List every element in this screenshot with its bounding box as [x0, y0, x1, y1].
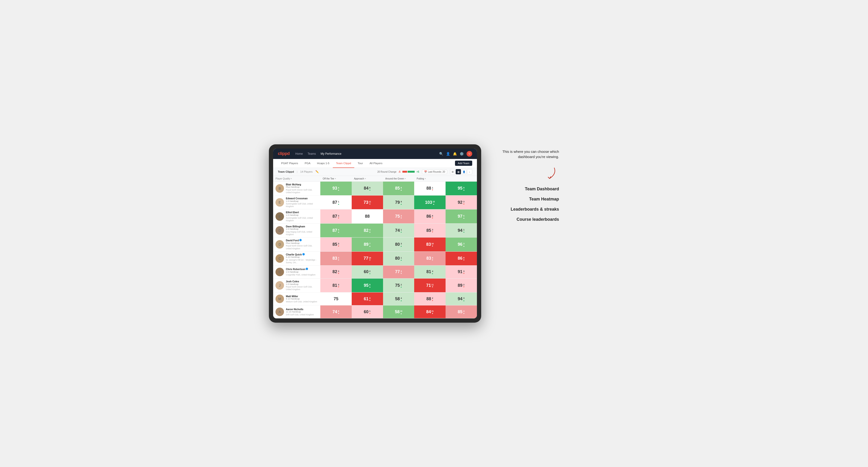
bar-red	[402, 171, 407, 173]
player-cell[interactable]: CCharlie Quick6-10 HandicapSt. George's …	[273, 252, 320, 266]
person-view-button[interactable]: 👤	[461, 169, 467, 174]
stat-change: 4▲	[338, 187, 339, 191]
sub-nav: PGAT Players PGA Hcaps 1-5 Team Clippd T…	[273, 159, 477, 168]
player-cell[interactable]: AAaron Nicholls11-15 HandicapDrift Golf …	[273, 305, 320, 318]
stat-cell: 846▲	[352, 182, 383, 195]
player-cell[interactable]: DDavid FordPlus HandicapRoyal North Devo…	[273, 238, 320, 251]
stat-cell: 752▲	[383, 279, 414, 292]
stat-value: 82	[332, 269, 337, 274]
stat-change: 9▲	[400, 200, 402, 205]
stat-value: 86	[458, 256, 463, 261]
avatar[interactable]: U	[467, 151, 472, 157]
sort-arrow: ▾	[405, 178, 406, 180]
player-avatar: M	[276, 294, 284, 303]
player-cell[interactable]: BBlair McHargPlus HandicapRoyal North De…	[273, 182, 320, 195]
nav-link-teams[interactable]: Teams	[308, 152, 316, 155]
sort-arrow: ▾	[425, 178, 426, 180]
tablet-frame: clippd Home Teams My Performance 🔍 👤 🔔 ⚙…	[269, 144, 481, 323]
stat-change: 2▼	[463, 283, 465, 288]
stat-cell: 823▼	[320, 266, 352, 278]
user-icon[interactable]: 👤	[446, 152, 450, 156]
player-cell[interactable]: CChris Robertson1-5 HandicapCraigmillar …	[273, 266, 320, 278]
stat-cell: 814▲	[414, 266, 445, 278]
stat-cell: 75	[320, 292, 352, 305]
player-cell[interactable]: EElliot Ebert1-5 HandicapSunningdale Gol…	[273, 210, 320, 223]
tab-pga[interactable]: PGA	[302, 159, 314, 168]
stat-value: 79	[395, 200, 400, 205]
download-button[interactable]: ↓	[467, 169, 472, 174]
grid-view-button[interactable]: ⊞	[450, 169, 455, 174]
stat-change: 3▼	[338, 257, 339, 261]
stat-change: 4▲	[400, 297, 402, 302]
stat-value: 87	[332, 228, 337, 233]
stat-cell: 882▼	[414, 292, 445, 305]
nav-link-my-performance[interactable]: My Performance	[320, 152, 341, 155]
player-cell[interactable]: JJosh Coles1-5 HandicapRoyal North Devon…	[273, 279, 320, 292]
stat-value: 91	[458, 269, 463, 274]
search-icon[interactable]: 🔍	[439, 152, 443, 156]
col-around-green[interactable]: Around the Green ▾	[383, 176, 414, 181]
heatmap-view-button[interactable]: ▦	[456, 169, 461, 174]
stat-change: 2▲	[400, 283, 402, 288]
stat-value: 61	[364, 297, 368, 302]
bell-icon[interactable]: 🔔	[453, 152, 457, 156]
change-pos: +5	[416, 170, 419, 173]
col-off-tee[interactable]: Off the Tee ▾	[320, 176, 352, 181]
tab-hcaps[interactable]: Hcaps 1-5	[314, 159, 333, 168]
stat-value: 75	[395, 283, 400, 288]
settings-icon[interactable]: ⚙️	[460, 152, 464, 156]
player-avatar: D	[276, 226, 284, 235]
tab-pgat-players[interactable]: PGAT Players	[278, 159, 302, 168]
stat-value: 80	[395, 242, 400, 247]
stat-cell: 799▲	[383, 195, 414, 209]
player-handicap: 1-5 Handicap	[286, 200, 318, 203]
annotation-items: Team DashboardTeam HeatmapLeaderboards &…	[495, 187, 561, 222]
col-player-quality[interactable]: Player Quality ▾	[273, 176, 320, 181]
table-header: Player Quality ▾ Off the Tee ▾ Approach …	[273, 176, 477, 182]
view-icons: ⊞ ▦ 👤 ↓	[450, 169, 472, 174]
stat-change: 3▲	[463, 297, 465, 302]
stat-change: 1▲	[400, 257, 402, 261]
last-rounds-button[interactable]: 📅 Last Rounds: 20	[422, 169, 447, 174]
top-nav: clippd Home Teams My Performance 🔍 👤 🔔 ⚙…	[273, 149, 477, 159]
player-cell[interactable]: MMatt Miller6-10 HandicapWoburn Golf Clu…	[273, 292, 320, 305]
round-change-label: 20 Round Change	[377, 170, 397, 173]
stat-change: 1▲	[400, 228, 402, 233]
stat-change: 7▲	[369, 243, 371, 247]
player-name: Josh Coles	[286, 280, 318, 283]
player-handicap: 1-5 Handicap	[286, 271, 316, 274]
stat-change: 15▲	[433, 200, 435, 205]
stat-value: 88	[365, 214, 370, 219]
add-team-button[interactable]: Add Team	[455, 161, 472, 166]
stat-cell: 866▼	[414, 210, 445, 223]
player-name: Elliot Ebert	[286, 211, 318, 214]
stat-cell: 934▲	[320, 182, 352, 195]
player-avatar: D	[276, 240, 284, 249]
col-approach[interactable]: Approach ▾	[352, 176, 383, 181]
tab-team-clippd[interactable]: Team Clippd	[333, 159, 354, 168]
edit-icon[interactable]: ✏️	[315, 170, 319, 173]
stat-change: 3▼	[400, 215, 402, 219]
stat-value: 81	[332, 283, 337, 288]
tab-all-players[interactable]: All Players	[366, 159, 385, 168]
stat-cell: 5810▲	[383, 305, 414, 318]
col-putting[interactable]: Putting ▾	[414, 176, 445, 181]
stat-change: 3▲	[400, 243, 402, 247]
nav-link-home[interactable]: Home	[295, 152, 303, 155]
player-cell[interactable]: DDave Billingham1-5 HandicapGog Magog Go…	[273, 224, 320, 237]
stat-value: 85	[332, 242, 337, 247]
stat-value: 74	[332, 309, 337, 314]
stat-cell: 601▼	[352, 305, 383, 318]
stat-value: 80	[395, 256, 400, 261]
stat-change: 9▲	[463, 187, 465, 191]
annotation-panel: This is where you can choose which dashb…	[495, 144, 561, 222]
stat-value: 75	[334, 297, 338, 302]
sub-nav-tabs: PGAT Players PGA Hcaps 1-5 Team Clippd T…	[278, 159, 455, 168]
stat-cell: 873▼	[320, 210, 352, 223]
stat-change: 3▼	[463, 270, 465, 275]
player-handicap: 6-10 Handicap	[286, 256, 318, 259]
tab-tour[interactable]: Tour	[354, 159, 366, 168]
stat-value: 77	[364, 256, 368, 261]
player-cell[interactable]: EEdward Crossman1-5 HandicapSunningdale …	[273, 195, 320, 209]
stat-cell: 874▲	[320, 224, 352, 237]
